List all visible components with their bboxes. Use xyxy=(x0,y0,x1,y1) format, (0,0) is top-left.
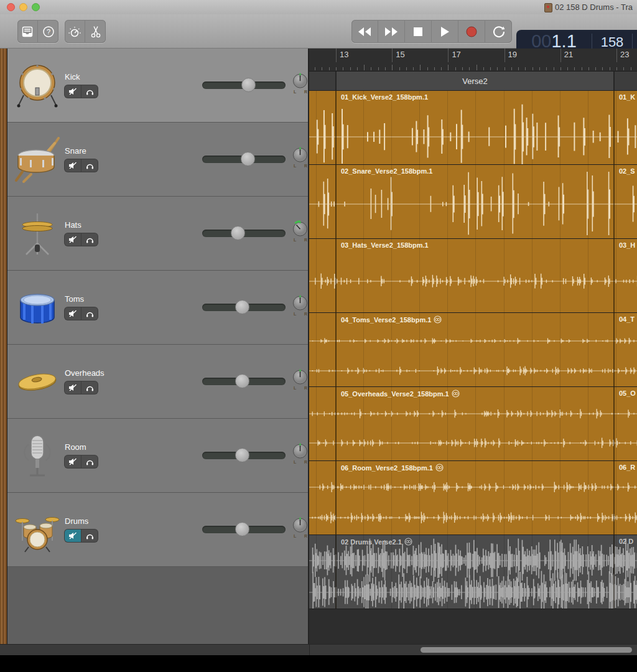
audio-region[interactable]: 05_Overheads_Verse2_158bpm.1 xyxy=(337,387,613,460)
solo-button[interactable] xyxy=(81,159,98,172)
pan-knob[interactable]: L R xyxy=(292,146,309,169)
ruler-tick xyxy=(610,67,610,70)
track-lane-snare[interactable]: 02_Snare_Verse2_158bpm.1 02_S xyxy=(309,165,637,239)
volume-slider-thumb[interactable] xyxy=(235,374,249,388)
ruler-tick xyxy=(469,67,470,70)
mute-button[interactable] xyxy=(65,85,81,98)
solo-button[interactable] xyxy=(81,233,98,246)
timeline-ruler[interactable]: 131517192123 xyxy=(309,49,637,72)
track-name[interactable]: Drums xyxy=(65,516,88,526)
volume-slider-thumb[interactable] xyxy=(231,226,245,240)
arrangement-lane[interactable]: Verse2 xyxy=(309,72,637,91)
track-header-overheads[interactable]: Overheads L xyxy=(7,345,308,419)
volume-slider[interactable] xyxy=(202,152,286,167)
pan-knob[interactable]: L R xyxy=(292,368,309,391)
track-header-drums[interactable]: Drums L R xyxy=(7,493,308,567)
mute-button[interactable] xyxy=(65,159,81,172)
volume-slider-thumb[interactable] xyxy=(241,78,256,92)
horizontal-scrollbar[interactable] xyxy=(0,644,637,655)
cycle-button[interactable] xyxy=(485,20,512,43)
zoom-button[interactable] xyxy=(32,3,40,11)
track-name[interactable]: Hats xyxy=(65,220,81,230)
track-header-toms[interactable]: Toms L R xyxy=(7,271,308,345)
arrangement-region[interactable]: Verse2 xyxy=(335,72,615,90)
svg-text:L: L xyxy=(294,164,297,168)
library-button[interactable] xyxy=(17,20,38,43)
audio-region-next[interactable]: 02 D xyxy=(615,535,637,609)
volume-slider-thumb[interactable] xyxy=(241,152,255,166)
audio-region[interactable]: 03_Hats_Verse2_158bpm.1 xyxy=(337,239,613,312)
track-lane-drums[interactable]: 02 Drums Verse2.1 02 D xyxy=(309,535,637,609)
play-button[interactable] xyxy=(432,20,458,43)
audio-region-next[interactable]: 05_O xyxy=(615,387,637,460)
solo-button[interactable] xyxy=(81,307,98,320)
rewind-button[interactable] xyxy=(351,20,378,43)
audio-region-next[interactable]: 03_H xyxy=(615,239,637,312)
forward-button[interactable] xyxy=(378,20,405,43)
track-name[interactable]: Room xyxy=(65,442,86,452)
audio-region[interactable]: 06_Room_Verse2_158bpm.1 xyxy=(337,461,613,534)
track-lane-overheads[interactable]: 05_Overheads_Verse2_158bpm.1 05_O xyxy=(309,387,637,461)
track-header-room[interactable]: Room L R xyxy=(7,419,308,493)
record-button[interactable] xyxy=(458,20,485,43)
audio-region[interactable]: 02 Drums Verse2.1 xyxy=(337,535,613,609)
pan-knob[interactable]: L R xyxy=(292,294,309,317)
volume-slider-thumb[interactable] xyxy=(235,448,249,462)
audio-region[interactable]: 04_Toms_Verse2_158bpm.1 xyxy=(337,313,613,386)
audio-region-next[interactable]: 06_R xyxy=(615,461,637,534)
pan-knob[interactable]: L R xyxy=(292,516,309,539)
audio-region[interactable]: 02_Snare_Verse2_158bpm.1 xyxy=(337,165,613,238)
play-icon xyxy=(439,26,450,38)
track-header-hats[interactable]: Hats L R xyxy=(7,197,308,271)
region-next-name: 01_K xyxy=(619,93,635,101)
audio-region-next[interactable]: 04_T xyxy=(615,313,637,386)
solo-button[interactable] xyxy=(81,381,98,394)
timeline-area: 131517192123 Verse2 01_Kick_Verse2_158bp… xyxy=(309,49,637,644)
volume-slider[interactable] xyxy=(202,78,286,93)
audio-region-next[interactable]: 02_S xyxy=(615,165,637,238)
scrollbar-thumb[interactable] xyxy=(421,647,632,653)
audio-region[interactable]: 01_Kick_Verse2_158bpm.1 xyxy=(337,91,613,164)
region-name: 05_Overheads_Verse2_158bpm.1 xyxy=(341,390,449,398)
volume-slider-thumb[interactable] xyxy=(235,522,249,536)
arrangement-region-prev[interactable] xyxy=(309,72,337,90)
mute-button[interactable] xyxy=(65,455,81,468)
track-name[interactable]: Kick xyxy=(65,72,80,82)
ruler-bar-line xyxy=(560,49,561,62)
ruler-tick xyxy=(399,67,400,70)
mute-button[interactable] xyxy=(65,530,81,542)
smart-controls-button[interactable] xyxy=(65,20,85,43)
mute-solo-group xyxy=(64,455,98,469)
close-button[interactable] xyxy=(7,3,15,11)
editor-button[interactable] xyxy=(85,20,106,43)
solo-button[interactable] xyxy=(81,530,98,542)
audio-region-next[interactable]: 01_K xyxy=(615,91,637,164)
arrangement-region-next[interactable] xyxy=(613,72,637,90)
track-lane-room[interactable]: 06_Room_Verse2_158bpm.1 06_R xyxy=(309,461,637,535)
volume-slider-thumb[interactable] xyxy=(235,300,249,314)
pan-knob[interactable]: L R xyxy=(292,220,309,243)
volume-slider[interactable] xyxy=(202,448,286,463)
track-name[interactable]: Toms xyxy=(65,294,84,304)
volume-slider[interactable] xyxy=(202,374,286,389)
mute-button[interactable] xyxy=(65,233,81,246)
track-name[interactable]: Snare xyxy=(65,146,86,156)
track-lane-kick[interactable]: 01_Kick_Verse2_158bpm.1 01_K xyxy=(309,91,637,165)
volume-slider[interactable] xyxy=(202,300,286,315)
mute-button[interactable] xyxy=(65,381,81,394)
pan-knob[interactable]: L R xyxy=(292,72,309,95)
stop-button[interactable] xyxy=(405,20,432,43)
track-lane-toms[interactable]: 04_Toms_Verse2_158bpm.1 04_T xyxy=(309,313,637,387)
volume-slider[interactable] xyxy=(202,522,286,537)
track-header-kick[interactable]: Kick L R xyxy=(7,49,308,123)
solo-button[interactable] xyxy=(81,85,98,98)
solo-button[interactable] xyxy=(81,455,98,468)
mute-button[interactable] xyxy=(65,307,81,320)
quick-help-button[interactable]: ? xyxy=(38,20,58,43)
track-name[interactable]: Overheads xyxy=(65,368,105,378)
pan-knob[interactable]: L R xyxy=(292,442,309,465)
track-header-snare[interactable]: Snare L R xyxy=(7,123,308,197)
minimize-button[interactable] xyxy=(19,3,27,11)
track-lane-hats[interactable]: 03_Hats_Verse2_158bpm.1 03_H xyxy=(309,239,637,313)
volume-slider[interactable] xyxy=(202,226,286,241)
